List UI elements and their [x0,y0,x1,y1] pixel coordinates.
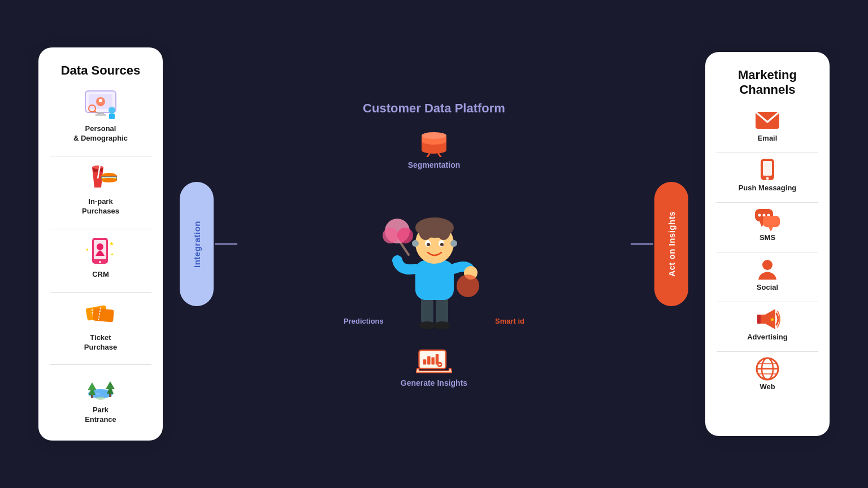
channel-item-email: Email [717,108,818,142]
channel-item-sms: SMS [717,207,818,242]
svg-rect-75 [763,161,772,176]
source-item-personal: Personal& Demographic [50,88,151,143]
inpark-icon [80,161,121,195]
svg-rect-86 [757,315,761,324]
svg-rect-5 [109,114,115,119]
svg-point-16 [101,178,117,182]
cdp-area: Customer Data Platform Integration Act o… [163,52,705,436]
email-label: Email [758,134,778,142]
svg-line-43 [439,154,441,157]
personal-icon [80,88,121,122]
svg-point-64 [457,274,479,297]
segmentation-icon [416,128,452,158]
svg-rect-6 [97,112,104,114]
svg-point-61 [440,243,444,246]
ticket-icon [80,297,121,331]
social-icon [753,257,782,282]
svg-marker-33 [106,381,115,389]
push-label: Push Messaging [739,184,797,192]
social-label: Social [757,283,778,291]
svg-point-4 [108,107,115,114]
svg-rect-67 [423,360,426,365]
smartid-label: Smart id [495,317,524,325]
svg-point-23 [99,261,101,263]
svg-point-63 [450,240,457,247]
marketing-channels-title: Marketing Channels [717,68,818,98]
svg-rect-26 [93,308,114,322]
svg-point-19 [97,243,103,250]
diagram-container: Data Sources [38,24,830,464]
svg-point-76 [766,177,769,180]
svg-point-51 [383,228,398,243]
source-item-crm: ★ ✦ ✦ CRM [50,234,151,280]
svg-rect-14 [102,177,116,178]
advertising-label: Advertising [747,333,788,341]
svg-rect-68 [427,356,430,365]
act-insights-pill: Act on Insights [654,182,688,306]
svg-point-10 [92,165,103,169]
svg-rect-69 [431,358,434,365]
svg-point-84 [762,260,772,270]
svg-point-56 [419,222,432,240]
ticket-label: TicketPurchase [84,333,118,352]
svg-text:✦: ✦ [85,247,89,252]
web-icon [753,356,782,381]
svg-point-62 [412,240,419,247]
park-label: ParkEntrance [85,406,116,425]
svg-text:★: ★ [109,241,114,247]
personal-label: Personal& Demographic [73,124,128,143]
segmentation-box: Segmentation [408,128,461,169]
integration-pill: Integration [180,182,214,306]
svg-point-47 [434,321,450,329]
channel-item-advertising: ★ Advertising [717,307,818,341]
park-icon [80,369,121,403]
advertising-icon: ★ [753,307,782,332]
connector-right [631,243,653,245]
svg-point-79 [758,213,761,216]
svg-point-60 [427,243,430,246]
email-icon [753,108,782,133]
cdp-title: Customer Data Platform [363,101,505,117]
source-item-park: ParkEntrance [50,369,151,425]
svg-point-35 [96,396,105,400]
svg-text:✦: ✦ [110,252,114,257]
push-icon [753,158,782,182]
channel-item-web: Web [717,356,818,391]
segmentation-label: Segmentation [408,160,461,169]
svg-rect-31 [91,395,93,398]
inpark-label: In-parkPurchases [82,197,119,216]
svg-rect-34 [109,394,111,397]
web-label: Web [760,382,775,391]
channel-item-push: Push Messaging [717,158,818,192]
svg-point-80 [763,213,766,216]
svg-rect-82 [763,216,780,227]
svg-text:★: ★ [770,316,775,323]
svg-point-52 [397,228,413,243]
act-insights-label: Act on Insights [667,211,676,277]
connector-left [215,243,237,245]
svg-marker-83 [769,227,773,232]
svg-line-42 [427,154,429,157]
generate-insights-icon [416,346,452,376]
source-item-inpark: In-parkPurchases [50,161,151,216]
svg-point-36 [96,393,100,395]
sms-icon [753,207,782,232]
svg-point-41 [422,132,446,139]
character-area: Predictions Smart id [377,178,491,337]
integration-label: Integration [192,221,202,268]
marketing-channels-card: Marketing Channels Email Push Messaging [705,52,830,436]
crm-icon: ★ ✦ ✦ [80,234,121,268]
cdp-inner: Segmentation Predictions Smart id [377,128,491,387]
channel-item-social: Social [717,257,818,291]
data-sources-title: Data Sources [61,63,141,78]
data-sources-card: Data Sources [38,47,163,441]
generate-insights-box: Generate Insights [401,346,467,387]
generate-insights-label: Generate Insights [401,378,467,387]
svg-marker-30 [88,382,97,390]
predictions-label: Predictions [344,317,384,325]
svg-point-46 [419,321,435,329]
source-item-ticket: TicketPurchase [50,297,151,352]
sms-label: SMS [760,233,775,242]
svg-rect-48 [415,260,454,300]
svg-point-3 [99,99,102,102]
